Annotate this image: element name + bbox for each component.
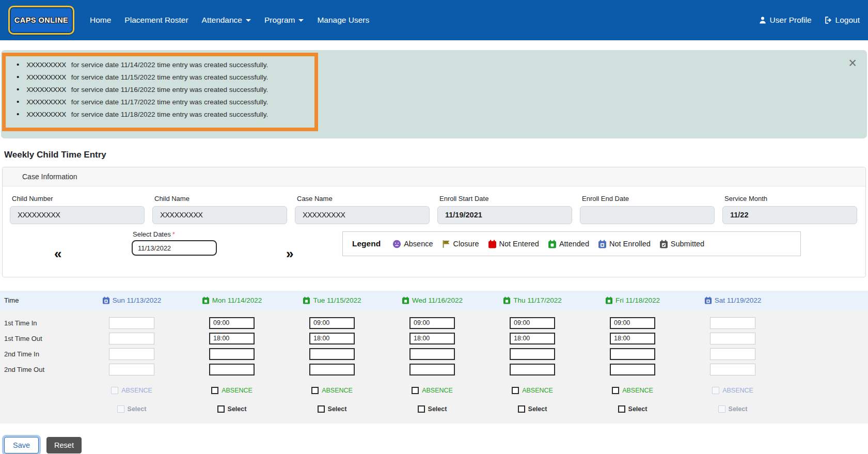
next-week-button[interactable]: » <box>286 247 293 260</box>
select-checkbox-fri[interactable] <box>618 405 625 413</box>
absence-checkbox-fri[interactable] <box>612 387 619 394</box>
second-time-in-sun <box>109 348 154 360</box>
alert-message: XXXXXXXXXfor service date 11/16/2022 tim… <box>17 83 867 96</box>
legend-item-closure: Closure <box>442 240 479 248</box>
day-header-fri: Fri 11/18/2022 <box>582 296 683 304</box>
second-time-in-sat <box>710 348 755 360</box>
second-time-in-mon[interactable] <box>209 348 255 360</box>
previous-week-button[interactable]: « <box>54 247 61 260</box>
absence-checkbox-mon[interactable] <box>211 387 218 394</box>
row-first-time-in: 1st Time In <box>0 315 868 331</box>
save-button[interactable]: Save <box>4 437 39 453</box>
calendar-attended-icon <box>605 296 613 304</box>
case-fields-row: Child Number XXXXXXXXX Child Name XXXXXX… <box>3 186 865 227</box>
row-label: 2nd Time Out <box>0 366 82 373</box>
not-enrolled-icon <box>598 240 607 248</box>
user-profile-button[interactable]: User Profile <box>759 15 812 25</box>
reset-button[interactable]: Reset <box>46 437 82 453</box>
row-first-time-out: 1st Time Out <box>0 331 868 346</box>
row-absence: ABSENCE ABSENCE ABSENCE ABSENCE ABSENCE … <box>0 384 868 397</box>
alert-message: XXXXXXXXXfor service date 11/17/2022 tim… <box>17 96 867 108</box>
row-label: 1st Time In <box>0 319 82 327</box>
form-actions: Save Reset <box>4 437 868 453</box>
calendar-attended-icon <box>202 296 210 304</box>
field-child-name: Child Name XXXXXXXXX <box>152 192 287 224</box>
first-time-in-mon[interactable] <box>209 317 255 329</box>
first-time-out-thu[interactable] <box>510 333 555 345</box>
select-checkbox-tue[interactable] <box>318 405 325 413</box>
row-select: Select Select Select Select Select Selec… <box>0 403 868 415</box>
enroll-start-date-value: 11/19/2021 <box>437 206 572 224</box>
select-dates-field: Select Dates* <box>132 230 217 256</box>
day-header-thu: Thu 11/17/2022 <box>482 296 582 304</box>
nav-right: User Profile Logout <box>759 15 860 25</box>
logo-text: CAPS ONLINE <box>14 16 69 24</box>
select-dates-input[interactable] <box>132 240 217 256</box>
first-time-in-sat <box>710 317 755 329</box>
first-time-out-sat <box>710 333 755 345</box>
first-time-in-thu[interactable] <box>510 317 555 329</box>
second-time-in-tue[interactable] <box>309 348 355 360</box>
legend-item-absence: Absence <box>392 240 433 248</box>
legend-item-not-entered: Not Entered <box>488 240 539 248</box>
second-time-out-mon[interactable] <box>209 364 255 375</box>
caps-online-logo[interactable]: CAPS ONLINE <box>8 6 74 35</box>
absence-checkbox-sat <box>712 387 719 394</box>
second-time-out-thu[interactable] <box>510 364 555 375</box>
time-column-header: Time <box>0 296 82 304</box>
absence-checkbox-sun <box>111 387 118 394</box>
first-time-out-wed[interactable] <box>409 333 455 345</box>
first-time-out-mon[interactable] <box>209 333 255 345</box>
absence-checkbox-wed[interactable] <box>412 387 419 394</box>
timesheet-body: 1st Time In 1st Time Out 2nd Time In <box>0 310 868 424</box>
nav-links: Home Placement Roster Attendance Program… <box>90 15 369 25</box>
day-header-mon: Mon 11/14/2022 <box>182 296 282 304</box>
required-asterisk: * <box>172 230 175 238</box>
select-checkbox-sat <box>718 405 725 413</box>
second-time-out-fri[interactable] <box>610 364 655 375</box>
nav-item-program[interactable]: Program <box>264 15 304 25</box>
second-time-in-wed[interactable] <box>409 348 455 360</box>
first-time-in-tue[interactable] <box>309 317 355 329</box>
second-time-out-tue[interactable] <box>309 364 355 375</box>
first-time-in-fri[interactable] <box>610 317 655 329</box>
select-checkbox-thu[interactable] <box>518 405 525 413</box>
service-month-value: 11/22 <box>722 206 857 224</box>
logout-button[interactable]: Logout <box>824 15 860 25</box>
select-checkbox-mon[interactable] <box>217 405 225 413</box>
alert-message: XXXXXXXXXfor service date 11/15/2022 tim… <box>17 71 867 83</box>
first-time-out-fri[interactable] <box>610 333 655 345</box>
legend: Legend Absence Closure Not Entered Atten… <box>342 231 801 256</box>
absence-checkbox-thu[interactable] <box>512 387 519 394</box>
second-time-out-wed[interactable] <box>409 364 455 375</box>
row-second-time-in: 2nd Time In <box>0 346 868 362</box>
nav-item-placement-roster[interactable]: Placement Roster <box>124 15 188 25</box>
alert-message: XXXXXXXXXfor service date 11/14/2022 tim… <box>17 58 867 71</box>
nav-item-attendance[interactable]: Attendance <box>202 15 251 25</box>
nav-item-home[interactable]: Home <box>90 15 111 25</box>
user-icon <box>759 16 767 24</box>
chevron-down-icon <box>298 19 304 22</box>
second-time-in-fri[interactable] <box>610 348 655 360</box>
day-header-tue: Tue 11/15/2022 <box>282 296 382 304</box>
case-information-title: Case Information <box>3 167 865 186</box>
enroll-end-date-value <box>580 206 715 224</box>
row-second-time-out: 2nd Time Out <box>0 362 868 377</box>
select-dates-label: Select Dates <box>133 230 171 238</box>
first-time-out-sun <box>109 333 154 345</box>
field-case-name: Case Name XXXXXXXXX <box>295 192 430 224</box>
absence-checkbox-tue[interactable] <box>311 387 319 394</box>
close-icon[interactable]: × <box>848 56 857 70</box>
nav-item-manage-users[interactable]: Manage Users <box>317 15 369 25</box>
day-header-wed: Wed 11/16/2022 <box>382 296 482 304</box>
legend-item-attended: Attended <box>548 240 589 248</box>
calendar-not-enrolled-icon <box>704 296 712 304</box>
select-checkbox-wed[interactable] <box>418 405 425 413</box>
attended-icon <box>548 240 557 248</box>
chevron-down-icon <box>246 19 251 22</box>
row-label: 1st Time Out <box>0 335 82 342</box>
second-time-in-thu[interactable] <box>510 348 555 360</box>
first-time-out-tue[interactable] <box>309 333 355 345</box>
absence-icon <box>392 240 401 248</box>
first-time-in-wed[interactable] <box>409 317 455 329</box>
